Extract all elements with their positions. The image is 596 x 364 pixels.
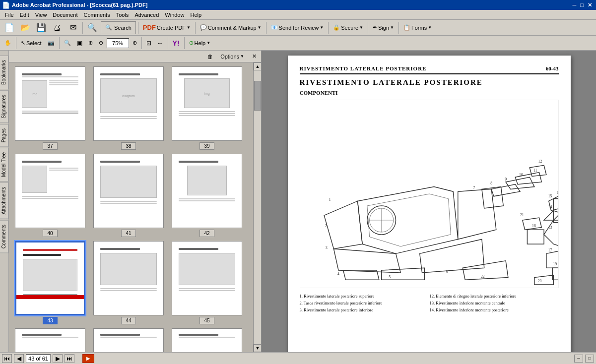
status-min-button[interactable]: ─ [574,355,583,363]
open-button[interactable]: 📂 [18,21,33,34]
scroll-up[interactable]: ▲ [254,62,262,70]
nav-last-button[interactable]: ⏭ [65,354,74,363]
sidebar-tab-pages[interactable]: Pages [0,124,8,147]
yahoo-button[interactable]: Y! [170,37,182,50]
part-num-3: 3 [326,245,328,250]
forms-button[interactable]: 📋 Forms ▼ [401,21,434,34]
create-pdf-button[interactable]: PDF Create PDF ▼ [140,21,193,34]
help-button[interactable]: ⊙ Help ▼ [187,37,213,50]
menu-document[interactable]: Document [50,11,80,19]
sign-button[interactable]: ✒ Sign ▼ [370,21,397,34]
sidebar-tab-model-tree[interactable]: Model Tree [0,148,8,182]
part-num-22: 22 [481,274,485,279]
part-num-1: 1 [329,197,331,202]
menu-view[interactable]: View [32,11,50,19]
new-button[interactable]: 📄 [2,21,17,34]
page-line [179,161,218,163]
zoom-in-icon: ⊕ [88,40,93,46]
page-input[interactable] [26,354,51,363]
send-review-button[interactable]: 📧 Send for Review ▼ [268,21,327,34]
scroll-thumb[interactable] [254,81,261,111]
find-button[interactable]: 🔍 [85,21,100,34]
window-close[interactable]: ✕ [586,2,594,8]
zoom-rect-button[interactable]: ▣ [74,37,85,50]
thumb-page-43[interactable] [15,241,85,315]
thumb-page-45[interactable] [172,241,242,315]
part-num-5: 5 [389,275,391,279]
pdf-section-title: COMPONENTI [300,90,559,96]
thumb-item-extra1[interactable] [13,328,87,352]
options-button[interactable]: Options ▼ [217,52,248,61]
thumb-page-41[interactable] [93,154,164,228]
select-button[interactable]: ↖ Select [18,37,44,50]
thumb-item-39[interactable]: img 39 [170,66,244,150]
fit-page-button[interactable]: ⊡ [144,37,154,50]
zoom-plus-button[interactable]: ⊕ [130,37,139,50]
menu-window[interactable]: Window [162,11,187,19]
page-line [22,196,78,197]
fit-width-button[interactable]: ↔ [155,37,166,50]
thumb-page-40[interactable] [15,154,85,228]
snapshot-button[interactable]: 📷 [45,37,57,50]
thumb-label-40: 40 [43,230,58,237]
menu-help[interactable]: Help [187,11,204,19]
delete-icon: 🗑 [207,54,213,60]
nav-next-button[interactable]: ▶ [53,354,63,363]
menu-tools[interactable]: Tools [113,11,132,19]
menu-advanced[interactable]: Advanced [132,11,162,19]
print-button[interactable]: 🖨 [50,21,65,34]
delete-button[interactable]: 🗑 [205,52,215,61]
thumb-item-extra2[interactable] [91,328,166,352]
thumb-page-38[interactable]: diagram [93,66,164,141]
zoom-plus-icon: ⊕ [132,40,137,46]
search-button[interactable]: 🔍 Search [101,21,136,34]
thumb-page-extra2[interactable] [93,328,164,352]
thumb-item-37[interactable]: img 37 [13,66,87,150]
hand-tool-button[interactable]: ✋ [2,37,14,50]
sidebar-tab-comments[interactable]: Comments [0,220,8,253]
nav-last-icon: ⏭ [66,355,72,362]
nav-prev-button[interactable]: ◀ [14,354,24,363]
status-max-button[interactable]: □ [585,355,594,363]
menu-edit[interactable]: Edit [17,11,32,19]
save-button[interactable]: 💾 [34,21,49,34]
thumb-item-extra3[interactable] [170,328,244,352]
thumb-page-extra3[interactable] [172,328,242,352]
thumb-page-44[interactable] [93,241,164,315]
thumb-scrollbar[interactable]: ▲ ▼ [253,62,261,352]
menu-file[interactable]: File [2,11,17,19]
thumb-item-41[interactable]: 41 [91,154,166,237]
thumb-item-44[interactable]: 44 [91,241,166,324]
send-arrow: ▼ [320,25,324,30]
zoom-in-btn[interactable]: ⊕ [86,37,95,50]
thumb-page-39[interactable]: img [172,66,242,141]
sidebar-tab-bookmarks[interactable]: Bookmarks [0,56,8,89]
nav-first-button[interactable]: ⏮ [2,354,12,363]
zoom-out-btn[interactable]: 🔍 [62,37,73,50]
sidebar-tab-attachments[interactable]: Attachments [0,182,8,219]
thumb-page-42[interactable] [172,154,242,228]
secure-button[interactable]: 🔒 Secure ▼ [331,21,366,34]
close-panel-button[interactable]: ✕ [250,52,259,61]
scroll-down[interactable]: ▼ [254,344,262,352]
email-button[interactable]: ✉ [66,21,80,34]
thumb-item-45[interactable]: 45 [170,241,244,324]
thumb-page-37[interactable]: img [15,66,85,141]
sidebar-tab-signatures[interactable]: Signatures [0,90,8,123]
comment-arrow: ▼ [258,25,262,30]
comment-markup-button[interactable]: 💬 Comment & Markup ▼ [198,21,264,34]
thumb-item-38[interactable]: diagram 38 [91,66,166,150]
zoom-input[interactable] [107,38,129,48]
thumb-item-42[interactable]: 42 [170,154,244,237]
thumb-scroll-area[interactable]: img 37 [9,62,261,352]
svg-rect-5 [527,230,544,244]
play-button[interactable]: ▶ [82,354,94,363]
thumb-item-43[interactable]: 43 [13,241,87,324]
thumb-item-40[interactable]: 40 [13,154,87,237]
window-minimize[interactable]: ─ [571,2,579,8]
window-maximize[interactable]: □ [578,2,586,8]
pdf-view[interactable]: RIVESTIMENTO LATERALE POSTERIORE 60-43 R… [262,51,596,352]
thumb-page-extra1[interactable] [15,328,85,352]
menu-comments[interactable]: Comments [81,11,113,19]
zoom-minus-button[interactable]: ⊖ [96,37,106,50]
